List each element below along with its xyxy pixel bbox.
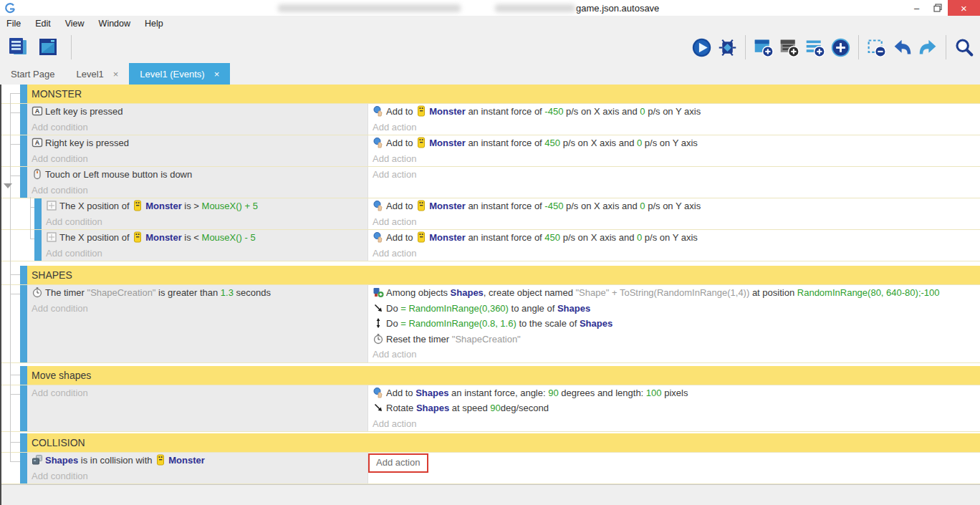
text-segment: , create object named bbox=[484, 287, 576, 298]
group-header-label[interactable]: SHAPES bbox=[27, 266, 980, 284]
event-row[interactable]: The timer "ShapeCreation" is greater tha… bbox=[1, 285, 980, 363]
tree-gutter bbox=[1, 433, 20, 452]
event-left-bar bbox=[20, 453, 27, 484]
menu-item-help[interactable]: Help bbox=[138, 16, 170, 32]
event-left-bar bbox=[20, 266, 27, 284]
add-condition-link[interactable]: Add condition bbox=[32, 385, 368, 401]
add-action-link-highlighted[interactable]: Add action bbox=[368, 453, 428, 473]
add-condition-link[interactable]: Add condition bbox=[32, 151, 368, 167]
tab-level1[interactable]: Level1× bbox=[65, 63, 129, 85]
add-condition-link[interactable]: Add condition bbox=[32, 301, 368, 317]
event-row[interactable]: Shapes is in collision with MonsterAdd c… bbox=[1, 453, 980, 484]
conditions-cell: The X position of Monster is < MouseX() … bbox=[42, 230, 368, 261]
text-segment: Monster bbox=[145, 232, 182, 243]
conditions-cell: Touch or Left mouse button is downAdd co… bbox=[27, 167, 368, 198]
event-group-row[interactable]: Move shapes bbox=[1, 366, 980, 385]
text-segment: 450 bbox=[544, 232, 560, 243]
play-button[interactable] bbox=[690, 36, 714, 59]
undo-button[interactable] bbox=[890, 36, 914, 59]
debug-button[interactable] bbox=[716, 36, 739, 59]
event-row[interactable]: The X position of Monster is > MouseX() … bbox=[1, 198, 980, 230]
action-line[interactable]: Add to Monster an instant force of -450 … bbox=[373, 198, 980, 214]
add-action-link[interactable]: Add action bbox=[373, 169, 416, 180]
event-row[interactable]: ARight key is pressedAdd conditionAdd to… bbox=[1, 135, 980, 167]
sheet-bottom-area bbox=[1, 484, 980, 505]
condition-line[interactable]: The timer "ShapeCreation" is greater tha… bbox=[32, 285, 368, 301]
add-action-link[interactable]: Add action bbox=[373, 216, 416, 227]
text-segment: 0 bbox=[640, 106, 645, 117]
menu-item-file[interactable]: File bbox=[0, 16, 28, 32]
force-icon bbox=[373, 231, 384, 243]
actions-cell: Among objects Shapes, create object name… bbox=[368, 285, 980, 362]
gdevelop-window: game.json.autosave – × FileEditViewWindo… bbox=[0, 0, 980, 505]
search-button[interactable] bbox=[952, 36, 976, 59]
add-action-link[interactable]: Add action bbox=[373, 153, 416, 164]
add-event-button[interactable] bbox=[751, 36, 775, 59]
action-line[interactable]: Add to Monster an instant force of 450 p… bbox=[373, 230, 980, 246]
add-action-link[interactable]: Add action bbox=[373, 248, 416, 259]
condition-line[interactable]: ARight key is pressed bbox=[32, 135, 368, 151]
tab-bar: Start PageLevel1×Level1 (Events)× bbox=[0, 63, 980, 85]
action-line[interactable]: Do = RandomInRange(0,360) to angle of Sh… bbox=[373, 301, 980, 317]
conditions-cell: The X position of Monster is > MouseX() … bbox=[42, 198, 368, 229]
restore-button[interactable] bbox=[927, 0, 948, 16]
text-segment: The X position of bbox=[59, 232, 132, 243]
tab-start-page[interactable]: Start Page bbox=[0, 63, 65, 85]
menu-item-view[interactable]: View bbox=[58, 16, 92, 32]
action-line[interactable]: Add to Monster an instant force of 450 p… bbox=[373, 135, 980, 151]
action-line[interactable]: Add to Monster an instant force of -450 … bbox=[373, 104, 980, 120]
tab-level1-events-[interactable]: Level1 (Events)× bbox=[129, 63, 230, 85]
add-condition-link[interactable]: Add condition bbox=[46, 246, 368, 261]
condition-line[interactable]: The X position of Monster is < MouseX() … bbox=[46, 230, 368, 246]
condition-line[interactable]: ALeft key is pressed bbox=[32, 104, 368, 120]
text-segment: an instant force of bbox=[466, 138, 545, 148]
event-row[interactable]: Add conditionAdd to Shapes an instant fo… bbox=[1, 385, 980, 433]
group-header-label[interactable]: MONSTER bbox=[27, 85, 980, 103]
group-header-label[interactable]: Move shapes bbox=[27, 366, 980, 385]
add-circle-button[interactable] bbox=[829, 36, 852, 59]
event-group-row[interactable]: COLLISION bbox=[1, 433, 980, 453]
add-action-link[interactable]: Add action bbox=[373, 122, 416, 133]
close-button[interactable]: × bbox=[948, 0, 980, 16]
text-segment: to angle of bbox=[509, 303, 557, 314]
add-action-link[interactable]: Add action bbox=[373, 418, 416, 429]
condition-line[interactable]: Shapes is in collision with Monster bbox=[32, 453, 368, 468]
action-line[interactable]: Rotate Shapes at speed 90deg/second bbox=[373, 400, 980, 416]
redo-button[interactable] bbox=[916, 36, 940, 59]
add-condition-link[interactable]: Add condition bbox=[32, 183, 368, 198]
tab-close-icon[interactable]: × bbox=[113, 69, 119, 80]
add-subevent-button[interactable] bbox=[777, 36, 801, 59]
event-left-bar bbox=[20, 366, 27, 385]
scene-window-button[interactable] bbox=[35, 34, 61, 60]
collapse-arrow-icon[interactable] bbox=[4, 183, 12, 188]
action-line[interactable]: Among objects Shapes, create object name… bbox=[373, 285, 980, 301]
menu-item-edit[interactable]: Edit bbox=[28, 16, 58, 32]
menu-item-window[interactable]: Window bbox=[92, 16, 138, 32]
toolbar-separator bbox=[745, 35, 746, 59]
event-row[interactable]: ALeft key is pressedAdd conditionAdd to … bbox=[1, 104, 980, 135]
event-row[interactable]: The X position of Monster is < MouseX() … bbox=[1, 230, 980, 261]
add-condition-link[interactable]: Add condition bbox=[46, 214, 368, 230]
text-segment: Add to bbox=[386, 138, 415, 148]
text-segment: is greater than bbox=[155, 287, 220, 298]
action-line[interactable]: Reset the timer "ShapeCreation" bbox=[373, 332, 980, 347]
project-manager-button[interactable] bbox=[5, 34, 31, 60]
condition-line[interactable]: Touch or Left mouse button is down bbox=[32, 167, 368, 183]
minimize-button[interactable]: – bbox=[906, 0, 927, 16]
action-line[interactable]: Do = RandomInRange(0.8, 1.6) to the scal… bbox=[373, 316, 980, 332]
group-header-label[interactable]: COLLISION bbox=[27, 433, 980, 452]
actions-cell: Add action bbox=[368, 167, 980, 198]
add-action-link[interactable]: Add action bbox=[373, 349, 416, 360]
action-line[interactable]: Add to Shapes an instant force, angle: 9… bbox=[373, 385, 980, 401]
conditions-cell: ALeft key is pressedAdd condition bbox=[27, 104, 368, 135]
add-condition-link[interactable]: Add condition bbox=[32, 120, 368, 135]
event-group-row[interactable]: MONSTER bbox=[1, 85, 980, 104]
event-row[interactable]: Touch or Left mouse button is downAdd co… bbox=[1, 167, 980, 198]
add-comment-button[interactable] bbox=[803, 36, 827, 59]
condition-line[interactable]: The X position of Monster is > MouseX() … bbox=[46, 198, 368, 214]
tab-close-icon[interactable]: × bbox=[214, 69, 220, 80]
add-condition-link[interactable]: Add condition bbox=[32, 468, 368, 484]
remove-event-button[interactable] bbox=[865, 36, 888, 59]
event-group-row[interactable]: SHAPES bbox=[1, 266, 980, 285]
text-segment: is < bbox=[182, 232, 202, 243]
